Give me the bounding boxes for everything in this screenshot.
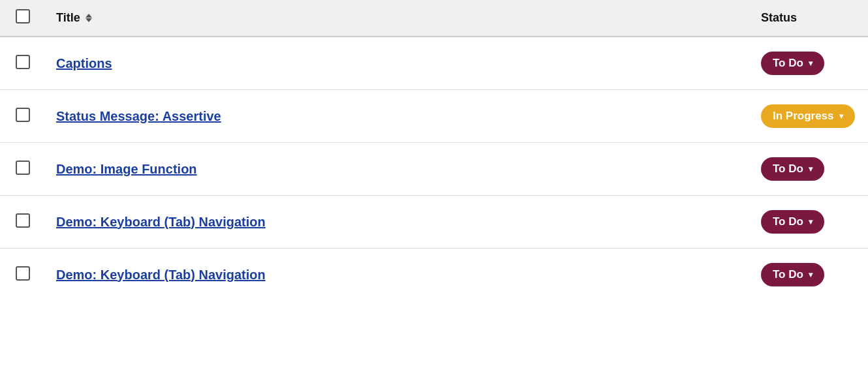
table-body: CaptionsTo Do▾Status Message: AssertiveI… (0, 37, 868, 301)
table-row: Demo: Keyboard (Tab) NavigationTo Do▾ (0, 196, 868, 249)
row-checkbox[interactable] (16, 213, 30, 228)
status-badge[interactable]: To Do▾ (761, 157, 824, 181)
table-row: Status Message: AssertiveIn Progress▾ (0, 90, 868, 143)
row-status-cell: In Progress▾ (751, 90, 868, 143)
row-checkbox[interactable] (16, 55, 30, 69)
sort-icon[interactable] (85, 14, 92, 22)
table-row: Demo: Image FunctionTo Do▾ (0, 143, 868, 196)
row-status-cell: To Do▾ (751, 196, 868, 249)
table-row: Demo: Keyboard (Tab) NavigationTo Do▾ (0, 249, 868, 301)
status-badge-label: To Do (773, 162, 803, 176)
row-status-cell: To Do▾ (751, 37, 868, 90)
row-checkbox-cell (0, 249, 46, 301)
header-status-cell: Status (751, 0, 868, 37)
status-dropdown-arrow-icon: ▾ (809, 164, 813, 174)
select-all-checkbox[interactable] (16, 9, 30, 23)
row-status-cell: To Do▾ (751, 249, 868, 301)
row-checkbox-cell (0, 90, 46, 143)
status-dropdown-arrow-icon: ▾ (809, 270, 813, 279)
status-badge-label: In Progress (773, 110, 834, 123)
status-dropdown-arrow-icon: ▾ (839, 112, 843, 121)
status-badge[interactable]: To Do▾ (761, 52, 824, 75)
row-title-cell: Demo: Keyboard (Tab) Navigation (46, 196, 751, 249)
table-row: CaptionsTo Do▾ (0, 37, 868, 90)
row-checkbox[interactable] (16, 161, 30, 175)
status-badge[interactable]: To Do▾ (761, 263, 824, 286)
header-title-cell: Title (46, 0, 751, 37)
row-title-link[interactable]: Captions (56, 56, 112, 70)
status-dropdown-arrow-icon: ▾ (809, 217, 813, 226)
status-dropdown-arrow-icon: ▾ (809, 59, 813, 68)
row-title-link[interactable]: Demo: Keyboard (Tab) Navigation (56, 215, 266, 229)
status-badge[interactable]: To Do▾ (761, 210, 824, 234)
row-title-link[interactable]: Demo: Keyboard (Tab) Navigation (56, 268, 266, 282)
task-table: Title Status CaptionsTo Do▾Status Messag… (0, 0, 868, 301)
row-title-link[interactable]: Status Message: Assertive (56, 109, 221, 123)
row-checkbox-cell (0, 37, 46, 90)
row-title-link[interactable]: Demo: Image Function (56, 162, 197, 176)
status-badge[interactable]: In Progress▾ (761, 104, 855, 128)
sort-ascending-icon[interactable] (85, 14, 92, 18)
row-checkbox-cell (0, 143, 46, 196)
row-title-cell: Status Message: Assertive (46, 90, 751, 143)
table-header-row: Title Status (0, 0, 868, 37)
status-badge-label: To Do (773, 57, 803, 70)
row-title-cell: Captions (46, 37, 751, 90)
status-column-label: Status (761, 11, 797, 24)
sort-descending-icon[interactable] (85, 18, 92, 22)
row-status-cell: To Do▾ (751, 143, 868, 196)
header-checkbox-cell (0, 0, 46, 37)
row-checkbox-cell (0, 196, 46, 249)
title-header-inner: Title (56, 11, 740, 25)
row-title-cell: Demo: Keyboard (Tab) Navigation (46, 249, 751, 301)
task-table-container: Title Status CaptionsTo Do▾Status Messag… (0, 0, 868, 301)
row-title-cell: Demo: Image Function (46, 143, 751, 196)
status-badge-label: To Do (773, 215, 803, 228)
title-column-label: Title (56, 11, 80, 25)
row-checkbox[interactable] (16, 266, 30, 281)
row-checkbox[interactable] (16, 108, 30, 122)
status-badge-label: To Do (773, 268, 803, 281)
